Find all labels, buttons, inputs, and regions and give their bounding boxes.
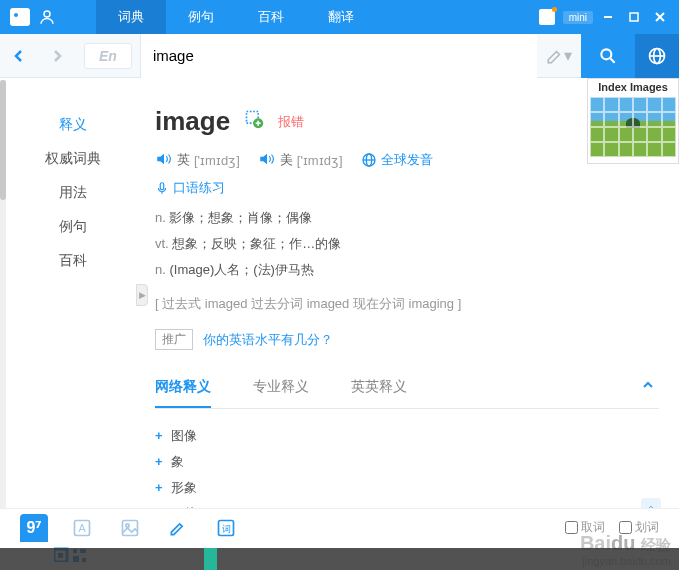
minimize-button[interactable] <box>597 6 619 28</box>
titlebar: 词典 例句 百科 翻译 mini <box>0 0 679 34</box>
subtab-english[interactable]: 英英释义 <box>351 378 407 408</box>
toolbar-font-icon[interactable]: A <box>68 514 96 542</box>
definition-verb: vt. 想象；反映；象征；作…的像 <box>155 235 659 253</box>
definition-name: n. (Image)人名；(法)伊马热 <box>155 261 659 279</box>
toolbar-image-icon[interactable] <box>116 514 144 542</box>
us-phonetic: ['ɪmɪdʒ] <box>297 153 343 168</box>
svg-text:A: A <box>78 522 86 534</box>
search-button[interactable] <box>581 34 635 78</box>
handwrite-icon[interactable]: ▾ <box>537 46 581 65</box>
microphone-icon <box>155 181 169 195</box>
netdef-item[interactable]: +形象 <box>155 475 659 501</box>
mini-mode-badge[interactable]: mini <box>563 11 593 24</box>
svg-point-5 <box>601 49 611 59</box>
sidebar-item-usage[interactable]: 用法 <box>0 176 145 210</box>
web-search-button[interactable] <box>635 34 679 78</box>
svg-point-31 <box>126 523 129 526</box>
svg-text:词: 词 <box>222 524 231 534</box>
web-definitions-list: +图像 +象 +形象 +图片 <box>155 423 659 508</box>
collapse-icon[interactable] <box>641 378 655 395</box>
promo-link[interactable]: 你的英语水平有几分？ <box>203 331 333 349</box>
uk-label: 英 <box>177 151 190 169</box>
svg-rect-17 <box>160 183 164 190</box>
tab-dictionary[interactable]: 词典 <box>96 0 166 34</box>
main-content: 释义 权威词典 用法 例句 百科 ▶ Index Images image 报错… <box>0 78 679 508</box>
top-tabs: 词典 例句 百科 翻译 <box>96 0 376 34</box>
image-thumbnail[interactable]: Index Images <box>587 78 679 164</box>
close-button[interactable] <box>649 6 671 28</box>
tab-translate[interactable]: 翻译 <box>306 0 376 34</box>
app-logo-icon <box>10 8 30 26</box>
maximize-button[interactable] <box>623 6 645 28</box>
subtab-web[interactable]: 网络释义 <box>155 378 211 408</box>
back-button[interactable] <box>0 34 38 78</box>
netdef-item[interactable]: +图片 <box>155 501 659 508</box>
bottom-toolbar: 9⁷ A 词 取词 划词 <box>0 508 679 546</box>
toolbar-word-icon[interactable]: 词 <box>212 514 240 542</box>
search-bar: En ▾ <box>0 34 679 78</box>
entry-content: Index Images image 报错 英 ['ɪmɪdʒ] 美 ['ɪmɪ… <box>145 78 679 508</box>
word-forms: [ 过去式 imaged 过去分词 imaged 现在分词 imaging ] <box>155 295 659 313</box>
us-sound-icon[interactable] <box>258 152 276 169</box>
language-selector[interactable]: En <box>84 43 132 69</box>
svg-line-6 <box>611 58 615 62</box>
globe-icon <box>361 152 377 168</box>
notification-icon[interactable] <box>539 9 555 25</box>
uk-phonetic: ['ɪmɪdʒ] <box>194 153 240 168</box>
tab-encyclopedia[interactable]: 百科 <box>236 0 306 34</box>
tab-examples[interactable]: 例句 <box>166 0 236 34</box>
netdef-item[interactable]: +象 <box>155 449 659 475</box>
sidebar-item-authority[interactable]: 权威词典 <box>0 142 145 176</box>
definition-noun: n. 影像；想象；肖像；偶像 <box>155 209 659 227</box>
forward-button[interactable] <box>38 34 76 78</box>
user-icon[interactable] <box>38 8 56 26</box>
add-to-wordbook-icon[interactable] <box>244 109 264 134</box>
sidebar: 释义 权威词典 用法 例句 百科 <box>0 78 145 508</box>
uk-sound-icon[interactable] <box>155 152 173 169</box>
global-pronunciation-link[interactable]: 全球发音 <box>361 151 433 169</box>
headword: image <box>155 106 230 137</box>
sidebar-item-definition[interactable]: 释义 <box>0 108 145 142</box>
sidebar-item-encyclopedia[interactable]: 百科 <box>0 244 145 278</box>
left-scrollbar[interactable] <box>0 80 6 510</box>
toolbar-dictionary-icon[interactable]: 9⁷ <box>20 514 48 542</box>
netdef-item[interactable]: +图像 <box>155 423 659 449</box>
thumbnail-title: Index Images <box>588 79 678 95</box>
speaking-practice-link[interactable]: 口语练习 <box>155 179 659 197</box>
promo-tag: 推广 <box>155 329 193 350</box>
us-label: 美 <box>280 151 293 169</box>
bottom-strip <box>0 548 679 570</box>
subtab-professional[interactable]: 专业释义 <box>253 378 309 408</box>
search-input[interactable] <box>141 34 537 78</box>
svg-point-0 <box>44 11 50 17</box>
definition-subtabs: 网络释义 专业释义 英英释义 <box>155 378 659 409</box>
svg-rect-2 <box>630 13 638 21</box>
sidebar-item-examples[interactable]: 例句 <box>0 210 145 244</box>
toolbar-edit-icon[interactable] <box>164 514 192 542</box>
report-error-link[interactable]: 报错 <box>278 113 304 131</box>
